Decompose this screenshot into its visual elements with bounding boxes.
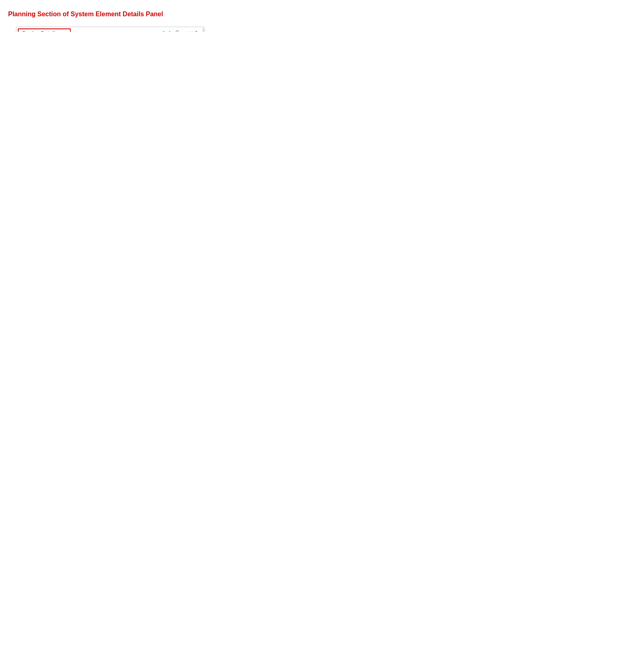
gear-icon[interactable]: ⚙ — [161, 30, 167, 32]
chevrons-up-icon[interactable]: ︽ — [180, 30, 187, 32]
heading-planning-section: Planning Section of System Element Detai… — [8, 11, 634, 18]
chevrons-down-icon[interactable]: ︾ — [187, 30, 193, 32]
print-icon[interactable]: ⎙ — [167, 30, 171, 32]
link-icon[interactable]: 🔗 — [172, 30, 180, 32]
highlight-device-details — [18, 28, 71, 32]
chevron-right-icon[interactable]: ❯ — [194, 30, 200, 32]
expand-icon[interactable]: ⤢ — [155, 30, 160, 32]
